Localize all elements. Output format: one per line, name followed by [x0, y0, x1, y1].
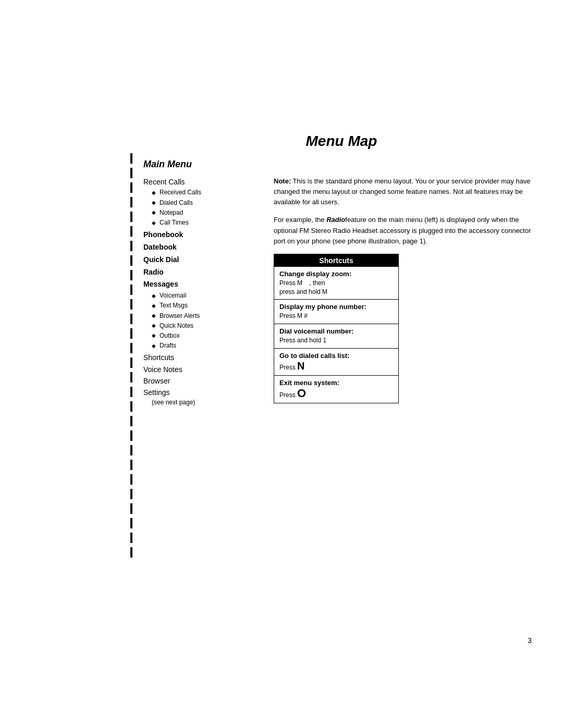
- page-title: Menu Map: [143, 133, 540, 150]
- bullet-icon: ◆: [152, 342, 156, 350]
- shortcut-zoom-label: Change display zoom:: [279, 270, 393, 278]
- note-paragraph-2: For example, the Radiofeature on the mai…: [274, 215, 540, 246]
- list-item: ◆ Browser Alerts: [152, 311, 258, 321]
- subitem-browser-alerts: Browser Alerts: [160, 311, 200, 321]
- content-area: Menu Map Main Menu Recent Calls ◆ Receiv…: [143, 133, 540, 406]
- list-item: ◆ Outbox: [152, 331, 258, 341]
- messages-subitems: ◆ Voicemail ◆ Text Msgs ◆ Browser Alerts…: [152, 291, 258, 351]
- subitem-drafts: Drafts: [160, 341, 176, 351]
- subitem-received-calls: Received Calls: [160, 188, 201, 198]
- list-item: ◆ Call Times: [152, 218, 258, 228]
- shortcut-number-detail: Press M #: [279, 312, 393, 320]
- key-o: O: [297, 387, 306, 400]
- shortcut-exit-detail: Press O: [279, 388, 393, 400]
- section-title: Main Menu: [143, 159, 540, 170]
- shortcuts-header: Shortcuts: [274, 254, 398, 267]
- left-menu-column: Recent Calls ◆ Received Calls ◆ Dialed C…: [143, 176, 258, 406]
- note-text-2-prefix: For example, the: [274, 216, 326, 224]
- margin-bars: [130, 151, 138, 560]
- bullet-icon: ◆: [152, 292, 156, 300]
- key-n: N: [297, 360, 304, 372]
- subitem-voicemail: Voicemail: [160, 291, 186, 301]
- right-column: Note: This is the standard phone menu la…: [274, 176, 540, 406]
- menu-shortcuts: Shortcuts: [143, 352, 258, 363]
- list-item: ◆ Dialed Calls: [152, 198, 258, 208]
- subitem-dialed-calls: Dialed Calls: [160, 198, 193, 208]
- shortcut-zoom-detail: Press M , thenpress and hold M: [279, 279, 393, 297]
- shortcuts-box: Shortcuts Change display zoom: Press M ,…: [274, 254, 399, 403]
- list-item: ◆ Drafts: [152, 341, 258, 351]
- subitem-outbox: Outbox: [160, 331, 180, 341]
- subitem-notepad: Notepad: [160, 208, 183, 218]
- list-item: ◆ Text Msgs: [152, 301, 258, 311]
- recent-calls-subitems: ◆ Received Calls ◆ Dialed Calls ◆ Notepa…: [152, 188, 258, 228]
- note-paragraph-1: Note: This is the standard phone menu la…: [274, 176, 540, 207]
- bullet-icon: ◆: [152, 199, 156, 207]
- note-label: Note:: [274, 177, 291, 185]
- menu-voice-notes: Voice Notes: [143, 364, 258, 375]
- bullet-icon: ◆: [152, 312, 156, 320]
- menu-phonebook: Phonebook: [143, 229, 258, 241]
- shortcut-voicemail: Dial voicemail number: Press and hold 1: [274, 324, 398, 349]
- bullet-icon: ◆: [152, 331, 156, 340]
- list-item: ◆ Voicemail: [152, 291, 258, 301]
- menu-browser: Browser: [143, 375, 258, 387]
- menu-messages: Messages: [143, 278, 258, 291]
- bullet-icon: ◆: [152, 322, 156, 330]
- list-item: ◆ Quick Notes: [152, 321, 258, 331]
- shortcut-number-label: Display my phone number:: [279, 303, 393, 311]
- page-number: 3: [528, 636, 532, 645]
- subitem-call-times: Call Times: [160, 218, 189, 228]
- shortcut-dialed-label: Go to dialed calls list:: [279, 352, 393, 360]
- shortcut-dialed-detail: Press N: [279, 361, 393, 372]
- shortcut-voicemail-label: Dial voicemail number:: [279, 327, 393, 335]
- shortcut-dialed-calls: Go to dialed calls list: Press N: [274, 349, 398, 376]
- menu-settings: Settings: [143, 387, 258, 398]
- menu-quick-dial: Quick Dial: [143, 254, 258, 266]
- note-text-1: This is the standard phone menu layout. …: [274, 177, 531, 206]
- shortcut-display-number: Display my phone number: Press M #: [274, 300, 398, 324]
- shortcut-exit-menu: Exit menu system: Press O: [274, 376, 398, 403]
- list-item: ◆ Received Calls: [152, 188, 258, 198]
- shortcut-exit-label: Exit menu system:: [279, 379, 393, 387]
- shortcut-change-zoom: Change display zoom: Press M , thenpress…: [274, 267, 398, 300]
- bullet-icon: ◆: [152, 208, 156, 217]
- note-radio-word: Radio: [326, 216, 345, 224]
- bullet-icon: ◆: [152, 302, 156, 310]
- subitem-quick-notes: Quick Notes: [160, 321, 193, 331]
- menu-datebook: Datebook: [143, 241, 258, 254]
- subitem-text-msgs: Text Msgs: [160, 301, 188, 311]
- menu-recent-calls: Recent Calls: [143, 176, 258, 188]
- list-item: ◆ Notepad: [152, 208, 258, 218]
- bullet-icon: ◆: [152, 219, 156, 227]
- menu-radio: Radio: [143, 266, 258, 279]
- page: Menu Map Main Menu Recent Calls ◆ Receiv…: [0, 0, 563, 728]
- settings-note: (see next page): [152, 399, 258, 406]
- bullet-icon: ◆: [152, 189, 156, 197]
- shortcut-voicemail-detail: Press and hold 1: [279, 336, 393, 345]
- recent-calls-label: Recent Calls: [143, 178, 185, 186]
- two-column-layout: Recent Calls ◆ Received Calls ◆ Dialed C…: [143, 176, 540, 406]
